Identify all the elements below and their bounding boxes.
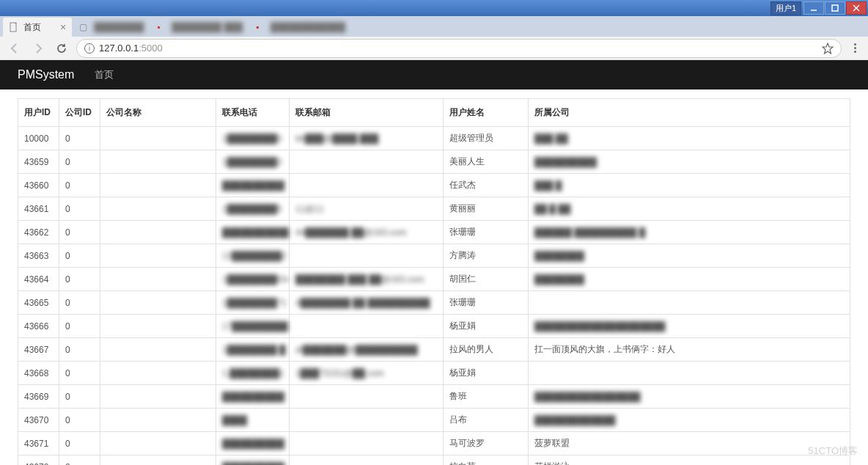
cell-company: ████████ — [529, 268, 850, 291]
users-table: 用户ID 公司ID 公司名称 联系电话 联系邮箱 用户姓名 所属公司 10000… — [18, 98, 850, 465]
cell-phone: ██████████ — [216, 432, 290, 455]
cell-company-name — [100, 455, 216, 466]
cell-company-name — [100, 315, 216, 338]
cell-company-id: 0 — [59, 338, 100, 362]
nav-forward-button[interactable] — [29, 40, 47, 57]
cell-company-id: 0 — [59, 409, 100, 432]
cell-user-name: 胡国仁 — [444, 268, 529, 291]
cell-email — [290, 409, 444, 432]
favicon-icon: ▪ — [157, 22, 167, 32]
window-minimize-button[interactable] — [803, 1, 824, 15]
cell-user-name: 张珊珊 — [444, 221, 529, 244]
table-header-row: 用户ID 公司ID 公司名称 联系电话 联系邮箱 用户姓名 所属公司 — [18, 99, 850, 127]
tab-title: ████████ — [94, 22, 144, 32]
cell-phone: ██████████ — [216, 455, 290, 466]
app-brand[interactable]: PMSystem — [18, 68, 74, 81]
cell-email: dt███████@██████████ — [290, 338, 444, 362]
cell-user-name: 美丽人生 — [444, 150, 529, 174]
nav-back-button[interactable] — [6, 40, 23, 57]
table-row: 43666017█████████1杨亚娟███████████████████… — [18, 315, 850, 338]
table-row: 436620███████████44███████ ██@163.com张珊珊… — [18, 221, 850, 244]
page-favicon-icon — [9, 22, 19, 32]
cell-phone: ████ — [216, 409, 290, 432]
site-info-icon[interactable]: i — [84, 43, 95, 54]
cell-company: █████████████ — [529, 409, 850, 432]
cell-company-id: 0 — [59, 385, 100, 409]
cell-company-id: 0 — [59, 291, 100, 315]
cell-email: bk███@████.███ — [290, 127, 444, 150]
col-company-name: 公司名称 — [100, 99, 216, 127]
window-close-button[interactable] — [846, 1, 867, 15]
window-maximize-button[interactable] — [825, 1, 845, 15]
nav-reload-button[interactable] — [53, 40, 70, 57]
cell-phone: 1.████████1 — [216, 362, 290, 385]
cell-company-name — [100, 127, 216, 150]
browser-tab[interactable]: ▢ ████████ — [73, 18, 150, 37]
svg-rect-1 — [832, 5, 838, 11]
cell-email — [290, 315, 444, 338]
cell-company-name — [100, 174, 216, 197]
cell-user-name: 黄丽丽 — [444, 197, 529, 221]
cell-user-id: 43667 — [18, 338, 59, 362]
cell-company-id: 0 — [59, 221, 100, 244]
cell-user-id: 43662 — [18, 221, 59, 244]
cell-email: ████████ ███ ██@163.com — [290, 268, 444, 291]
cell-company: ██████████ — [529, 150, 850, 174]
cell-company: █████████████████████ — [529, 315, 850, 338]
browser-tab[interactable]: ▪ ████████ ███ — [151, 18, 249, 37]
table-row: 4365901████████3美丽人生██████████ — [18, 150, 850, 174]
table-row: 1000001████████0bk███@████.███超级管理员███ █… — [18, 127, 850, 150]
cell-company-name — [100, 385, 216, 409]
cell-company-name — [100, 362, 216, 385]
table-row: 4366701████████ █dt███████@██████████拉风的… — [18, 338, 850, 362]
cell-company-name — [100, 197, 216, 221]
url-text: 127.0.0.1:5000 — [99, 43, 163, 54]
cell-user-id: 10000 — [18, 127, 59, 150]
cell-email — [290, 174, 444, 197]
browser-menu-button[interactable] — [847, 43, 862, 53]
cell-company-name — [100, 432, 216, 455]
browser-tab-strip: 首页 × ▢ ████████ ▪ ████████ ███ ▪ ███████… — [0, 16, 868, 37]
cell-user-id: 43672 — [18, 455, 59, 466]
cell-company-name — [100, 409, 216, 432]
cell-company-name — [100, 268, 216, 291]
svg-rect-4 — [10, 23, 16, 32]
cell-email — [290, 455, 444, 466]
cell-company-id: 0 — [59, 268, 100, 291]
cell-email — [290, 150, 444, 174]
cell-company-name — [100, 338, 216, 362]
nav-link-home[interactable]: 首页 — [95, 68, 114, 81]
table-row: 436720██████████杭白菊花样游泳 — [18, 455, 850, 466]
cell-user-id: 43661 — [18, 197, 59, 221]
address-bar[interactable]: i 127.0.0.1:5000 — [76, 39, 842, 58]
bookmark-star-icon[interactable] — [822, 43, 834, 54]
cell-user-name: 杭白菊 — [444, 455, 529, 466]
table-row: 4366801.████████11███73151@██.com杨亚娟 — [18, 362, 850, 385]
cell-company: 花样游泳 — [529, 455, 850, 466]
cell-company — [529, 291, 850, 315]
cell-email — [290, 385, 444, 409]
browser-tab-active[interactable]: 首页 × — [3, 18, 72, 37]
cell-company-name — [100, 291, 216, 315]
cell-user-id: 43670 — [18, 409, 59, 432]
browser-tab[interactable]: ▪ ████████████ — [250, 18, 351, 37]
col-belong-company: 所属公司 — [529, 99, 850, 127]
cell-company: █████████████████ — [529, 385, 850, 409]
cell-user-name: 杨亚娟 — [444, 315, 529, 338]
cell-user-name: 拉风的男人 — [444, 338, 529, 362]
cell-company: 菠萝联盟 — [529, 432, 850, 455]
cell-email — [290, 432, 444, 455]
cell-email: 4████████ ██ ██████████ — [290, 291, 444, 315]
cell-company-id: 0 — [59, 244, 100, 268]
cell-user-id: 43666 — [18, 315, 59, 338]
cell-company: 扛一面顶风的大旗，上书俩字：好人 — [529, 338, 850, 362]
cell-company-name — [100, 150, 216, 174]
cell-user-name: 任武杰 — [444, 174, 529, 197]
cell-user-name: 超级管理员 — [444, 127, 529, 150]
cell-phone: ██████████ — [216, 385, 290, 409]
cell-company-id: 0 — [59, 432, 100, 455]
tab-close-icon[interactable]: × — [60, 21, 66, 33]
cell-company-name — [100, 221, 216, 244]
table-row: 4366401████████634████████ ███ ██@163.co… — [18, 268, 850, 291]
cell-phone: 1████████5 — [216, 197, 290, 221]
